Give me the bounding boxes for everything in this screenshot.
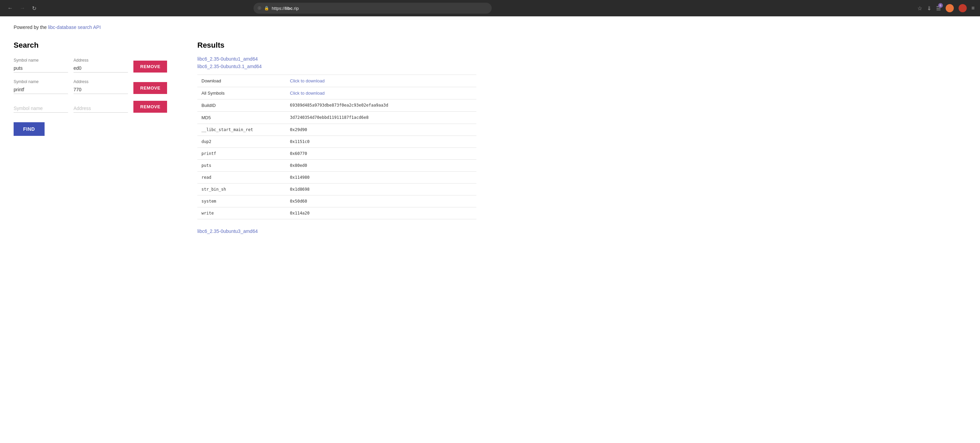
table-key: MD5: [197, 112, 286, 124]
extra-result-link[interactable]: libc6_2.35-0ubuntu3_amd64: [197, 228, 476, 235]
address-text: https://libc.rip: [272, 6, 299, 11]
star-icon[interactable]: ☆: [917, 5, 922, 11]
table-value[interactable]: Click to download: [286, 75, 476, 87]
symbol-input-2[interactable]: [14, 86, 68, 94]
download-icon[interactable]: ⇓: [927, 5, 931, 11]
back-button[interactable]: ←: [5, 4, 15, 13]
remove-button-3[interactable]: REMOVE: [134, 101, 167, 113]
avatar-1[interactable]: [946, 4, 954, 12]
table-row: BuildID 69389d485a9793dbe873f0ea2c93e02e…: [197, 99, 476, 112]
lock-icon: 🔒: [264, 6, 269, 11]
powered-by-text: Powered by the libc-database search API: [14, 24, 476, 30]
remove-button-2[interactable]: REMOVE: [134, 82, 167, 94]
address-label-1: Address: [73, 58, 128, 63]
address-field-group-2: Address: [73, 79, 128, 94]
remove-button-1[interactable]: REMOVE: [134, 61, 167, 73]
table-row: system 0x50d60: [197, 195, 476, 207]
extensions-icon[interactable]: ☰ 6: [936, 5, 941, 11]
address-bar[interactable]: ☉ 🔒 https://libc.rip: [253, 3, 492, 14]
table-row: str_bin_sh 0x1d8698: [197, 183, 476, 195]
symbol-field-group-1: Symbol name: [14, 58, 68, 73]
table-row: All Symbols Click to download: [197, 87, 476, 99]
address-field-group-1: Address: [73, 58, 128, 73]
result-group-link-1[interactable]: libc6_2.35-0ubuntu1_amd64: [197, 55, 476, 63]
address-input-2[interactable]: [73, 86, 128, 94]
table-key-read: read: [197, 171, 286, 183]
table-key-puts: puts: [197, 159, 286, 171]
table-key-str-bin-sh: str_bin_sh: [197, 183, 286, 195]
extensions-badge: 6: [938, 3, 943, 8]
search-row-3: REMOVE: [14, 101, 177, 113]
result-group-1: libc6_2.35-0ubuntu1_amd64 libc6_2.35-0ub…: [197, 55, 476, 219]
address-input-3[interactable]: [73, 104, 128, 113]
table-value-system: 0x50d60: [286, 195, 476, 207]
symbol-label-2: Symbol name: [14, 79, 68, 84]
avatar-2[interactable]: [959, 4, 967, 12]
table-key: BuildID: [197, 99, 286, 112]
nav-buttons: ← → ↻: [5, 4, 38, 13]
table-value-md5: 3d7240354d70ebbd11911187f1acd6e8: [286, 112, 476, 124]
table-key: Download: [197, 75, 286, 87]
browser-chrome: ← → ↻ ☉ 🔒 https://libc.rip ☆ ⇓ ☰ 6 ≡: [0, 0, 980, 16]
search-row-2: Symbol name Address REMOVE: [14, 79, 177, 94]
table-row: printf 0x60770: [197, 147, 476, 159]
find-button[interactable]: FIND: [14, 122, 45, 136]
download-link[interactable]: Click to download: [290, 78, 325, 83]
reload-button[interactable]: ↻: [30, 4, 38, 13]
address-field-group-3: [73, 104, 128, 113]
symbol-field-group-2: Symbol name: [14, 79, 68, 94]
table-row: puts 0x80ed0: [197, 159, 476, 171]
result-group-links: libc6_2.35-0ubuntu1_amd64 libc6_2.35-0ub…: [197, 55, 476, 70]
forward-button[interactable]: →: [18, 4, 27, 13]
table-value-printf: 0x60770: [286, 147, 476, 159]
symbol-label-1: Symbol name: [14, 58, 68, 63]
symbol-field-group-3: [14, 104, 68, 113]
table-row: write 0x114a20: [197, 207, 476, 219]
address-label-2: Address: [73, 79, 128, 84]
table-row: MD5 3d7240354d70ebbd11911187f1acd6e8: [197, 112, 476, 124]
table-value-write: 0x114a20: [286, 207, 476, 219]
table-key-dup2: dup2: [197, 135, 286, 147]
result-group-link-2[interactable]: libc6_2.35-0ubuntu3.1_amd64: [197, 63, 476, 70]
table-row: read 0x114980: [197, 171, 476, 183]
results-section: Results libc6_2.35-0ubuntu1_amd64 libc6_…: [197, 41, 476, 235]
page-content: Powered by the libc-database search API …: [0, 16, 490, 243]
search-title: Search: [14, 41, 177, 50]
api-link[interactable]: libc-database search API: [48, 24, 101, 30]
table-value-buildid: 69389d485a9793dbe873f0ea2c93e02efaa9aa3d: [286, 99, 476, 112]
main-layout: Search Symbol name Address REMOVE Symbol…: [14, 41, 476, 235]
search-row-1: Symbol name Address REMOVE: [14, 58, 177, 73]
table-key: All Symbols: [197, 87, 286, 99]
result-table: Download Click to download All Symbols C…: [197, 75, 476, 219]
menu-icon[interactable]: ≡: [972, 5, 975, 11]
search-section: Search Symbol name Address REMOVE Symbol…: [14, 41, 177, 136]
table-value-str-bin-sh: 0x1d8698: [286, 183, 476, 195]
symbol-input-3[interactable]: [14, 104, 68, 113]
table-key-system: system: [197, 195, 286, 207]
shield-icon: ☉: [258, 6, 261, 11]
table-key-printf: printf: [197, 147, 286, 159]
table-value-libc-start: 0x29d90: [286, 124, 476, 135]
table-value[interactable]: Click to download: [286, 87, 476, 99]
symbol-input-1[interactable]: [14, 64, 68, 73]
table-row: dup2 0x1151c0: [197, 135, 476, 147]
table-key-write: write: [197, 207, 286, 219]
results-title: Results: [197, 41, 476, 50]
address-input-1[interactable]: [73, 64, 128, 73]
all-symbols-link[interactable]: Click to download: [290, 91, 325, 96]
table-value-read: 0x114980: [286, 171, 476, 183]
browser-right-icons: ☆ ⇓ ☰ 6 ≡: [917, 4, 975, 12]
table-row: Download Click to download: [197, 75, 476, 87]
table-value-dup2: 0x1151c0: [286, 135, 476, 147]
table-row: __libc_start_main_ret 0x29d90: [197, 124, 476, 135]
table-key-libc-start: __libc_start_main_ret: [197, 124, 286, 135]
address-bold: libc: [285, 6, 293, 11]
table-value-puts: 0x80ed0: [286, 159, 476, 171]
